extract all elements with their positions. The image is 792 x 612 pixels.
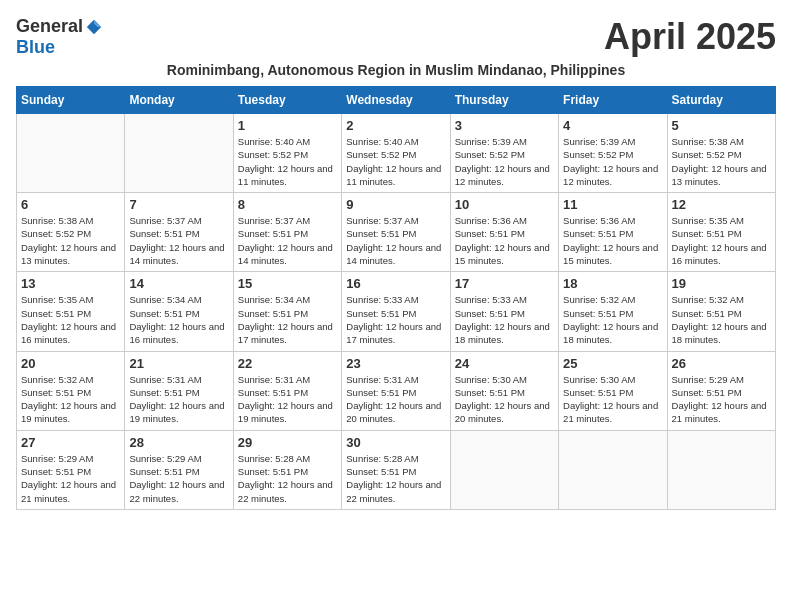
- day-info: Sunrise: 5:29 AM Sunset: 5:51 PM Dayligh…: [672, 373, 771, 426]
- day-info: Sunrise: 5:40 AM Sunset: 5:52 PM Dayligh…: [238, 135, 337, 188]
- calendar-cell: 9Sunrise: 5:37 AM Sunset: 5:51 PM Daylig…: [342, 193, 450, 272]
- calendar-cell: 16Sunrise: 5:33 AM Sunset: 5:51 PM Dayli…: [342, 272, 450, 351]
- calendar-cell: 14Sunrise: 5:34 AM Sunset: 5:51 PM Dayli…: [125, 272, 233, 351]
- day-info: Sunrise: 5:30 AM Sunset: 5:51 PM Dayligh…: [455, 373, 554, 426]
- logo-general: General: [16, 16, 83, 37]
- day-info: Sunrise: 5:34 AM Sunset: 5:51 PM Dayligh…: [238, 293, 337, 346]
- calendar-cell: 5Sunrise: 5:38 AM Sunset: 5:52 PM Daylig…: [667, 114, 775, 193]
- day-number: 13: [21, 276, 120, 291]
- day-number: 2: [346, 118, 445, 133]
- day-number: 22: [238, 356, 337, 371]
- day-number: 29: [238, 435, 337, 450]
- day-info: Sunrise: 5:31 AM Sunset: 5:51 PM Dayligh…: [346, 373, 445, 426]
- day-info: Sunrise: 5:39 AM Sunset: 5:52 PM Dayligh…: [455, 135, 554, 188]
- day-number: 27: [21, 435, 120, 450]
- day-of-week-header: Saturday: [667, 87, 775, 114]
- calendar-cell: 13Sunrise: 5:35 AM Sunset: 5:51 PM Dayli…: [17, 272, 125, 351]
- day-number: 24: [455, 356, 554, 371]
- day-info: Sunrise: 5:33 AM Sunset: 5:51 PM Dayligh…: [455, 293, 554, 346]
- calendar-cell: 6Sunrise: 5:38 AM Sunset: 5:52 PM Daylig…: [17, 193, 125, 272]
- day-number: 6: [21, 197, 120, 212]
- day-number: 19: [672, 276, 771, 291]
- day-number: 18: [563, 276, 662, 291]
- day-number: 3: [455, 118, 554, 133]
- calendar-cell: 22Sunrise: 5:31 AM Sunset: 5:51 PM Dayli…: [233, 351, 341, 430]
- day-info: Sunrise: 5:30 AM Sunset: 5:51 PM Dayligh…: [563, 373, 662, 426]
- day-number: 25: [563, 356, 662, 371]
- calendar: SundayMondayTuesdayWednesdayThursdayFrid…: [16, 86, 776, 510]
- day-info: Sunrise: 5:39 AM Sunset: 5:52 PM Dayligh…: [563, 135, 662, 188]
- calendar-cell: 2Sunrise: 5:40 AM Sunset: 5:52 PM Daylig…: [342, 114, 450, 193]
- day-info: Sunrise: 5:37 AM Sunset: 5:51 PM Dayligh…: [238, 214, 337, 267]
- day-number: 28: [129, 435, 228, 450]
- day-info: Sunrise: 5:29 AM Sunset: 5:51 PM Dayligh…: [21, 452, 120, 505]
- day-info: Sunrise: 5:31 AM Sunset: 5:51 PM Dayligh…: [129, 373, 228, 426]
- day-of-week-header: Wednesday: [342, 87, 450, 114]
- day-info: Sunrise: 5:32 AM Sunset: 5:51 PM Dayligh…: [672, 293, 771, 346]
- calendar-cell: 30Sunrise: 5:28 AM Sunset: 5:51 PM Dayli…: [342, 430, 450, 509]
- day-of-week-header: Monday: [125, 87, 233, 114]
- logo-icon: [85, 18, 103, 36]
- day-info: Sunrise: 5:37 AM Sunset: 5:51 PM Dayligh…: [129, 214, 228, 267]
- day-info: Sunrise: 5:35 AM Sunset: 5:51 PM Dayligh…: [672, 214, 771, 267]
- month-title: April 2025: [604, 16, 776, 58]
- day-info: Sunrise: 5:29 AM Sunset: 5:51 PM Dayligh…: [129, 452, 228, 505]
- day-number: 30: [346, 435, 445, 450]
- day-info: Sunrise: 5:31 AM Sunset: 5:51 PM Dayligh…: [238, 373, 337, 426]
- calendar-cell: 27Sunrise: 5:29 AM Sunset: 5:51 PM Dayli…: [17, 430, 125, 509]
- calendar-cell: [559, 430, 667, 509]
- calendar-cell: 7Sunrise: 5:37 AM Sunset: 5:51 PM Daylig…: [125, 193, 233, 272]
- day-number: 26: [672, 356, 771, 371]
- day-info: Sunrise: 5:32 AM Sunset: 5:51 PM Dayligh…: [563, 293, 662, 346]
- day-number: 16: [346, 276, 445, 291]
- calendar-cell: 10Sunrise: 5:36 AM Sunset: 5:51 PM Dayli…: [450, 193, 558, 272]
- day-of-week-header: Sunday: [17, 87, 125, 114]
- calendar-cell: [450, 430, 558, 509]
- calendar-cell: 8Sunrise: 5:37 AM Sunset: 5:51 PM Daylig…: [233, 193, 341, 272]
- day-number: 14: [129, 276, 228, 291]
- calendar-cell: 15Sunrise: 5:34 AM Sunset: 5:51 PM Dayli…: [233, 272, 341, 351]
- calendar-cell: 12Sunrise: 5:35 AM Sunset: 5:51 PM Dayli…: [667, 193, 775, 272]
- calendar-cell: 25Sunrise: 5:30 AM Sunset: 5:51 PM Dayli…: [559, 351, 667, 430]
- logo-blue: Blue: [16, 37, 55, 57]
- day-number: 5: [672, 118, 771, 133]
- calendar-cell: 4Sunrise: 5:39 AM Sunset: 5:52 PM Daylig…: [559, 114, 667, 193]
- calendar-cell: 21Sunrise: 5:31 AM Sunset: 5:51 PM Dayli…: [125, 351, 233, 430]
- day-number: 8: [238, 197, 337, 212]
- calendar-cell: 3Sunrise: 5:39 AM Sunset: 5:52 PM Daylig…: [450, 114, 558, 193]
- day-info: Sunrise: 5:36 AM Sunset: 5:51 PM Dayligh…: [563, 214, 662, 267]
- calendar-cell: 28Sunrise: 5:29 AM Sunset: 5:51 PM Dayli…: [125, 430, 233, 509]
- day-info: Sunrise: 5:40 AM Sunset: 5:52 PM Dayligh…: [346, 135, 445, 188]
- day-number: 23: [346, 356, 445, 371]
- subtitle: Rominimbang, Autonomous Region in Muslim…: [16, 62, 776, 78]
- day-number: 15: [238, 276, 337, 291]
- day-of-week-header: Tuesday: [233, 87, 341, 114]
- day-info: Sunrise: 5:28 AM Sunset: 5:51 PM Dayligh…: [346, 452, 445, 505]
- calendar-cell: 29Sunrise: 5:28 AM Sunset: 5:51 PM Dayli…: [233, 430, 341, 509]
- day-info: Sunrise: 5:28 AM Sunset: 5:51 PM Dayligh…: [238, 452, 337, 505]
- day-number: 7: [129, 197, 228, 212]
- calendar-cell: 11Sunrise: 5:36 AM Sunset: 5:51 PM Dayli…: [559, 193, 667, 272]
- day-info: Sunrise: 5:38 AM Sunset: 5:52 PM Dayligh…: [672, 135, 771, 188]
- day-number: 21: [129, 356, 228, 371]
- calendar-cell: [125, 114, 233, 193]
- day-info: Sunrise: 5:34 AM Sunset: 5:51 PM Dayligh…: [129, 293, 228, 346]
- day-number: 20: [21, 356, 120, 371]
- calendar-cell: 20Sunrise: 5:32 AM Sunset: 5:51 PM Dayli…: [17, 351, 125, 430]
- header: General Blue April 2025: [16, 16, 776, 58]
- day-number: 17: [455, 276, 554, 291]
- calendar-cell: 19Sunrise: 5:32 AM Sunset: 5:51 PM Dayli…: [667, 272, 775, 351]
- calendar-cell: 23Sunrise: 5:31 AM Sunset: 5:51 PM Dayli…: [342, 351, 450, 430]
- day-info: Sunrise: 5:36 AM Sunset: 5:51 PM Dayligh…: [455, 214, 554, 267]
- day-number: 4: [563, 118, 662, 133]
- day-number: 11: [563, 197, 662, 212]
- day-info: Sunrise: 5:37 AM Sunset: 5:51 PM Dayligh…: [346, 214, 445, 267]
- calendar-cell: [17, 114, 125, 193]
- day-number: 10: [455, 197, 554, 212]
- calendar-cell: 17Sunrise: 5:33 AM Sunset: 5:51 PM Dayli…: [450, 272, 558, 351]
- day-number: 1: [238, 118, 337, 133]
- calendar-cell: [667, 430, 775, 509]
- day-number: 12: [672, 197, 771, 212]
- day-info: Sunrise: 5:38 AM Sunset: 5:52 PM Dayligh…: [21, 214, 120, 267]
- day-info: Sunrise: 5:33 AM Sunset: 5:51 PM Dayligh…: [346, 293, 445, 346]
